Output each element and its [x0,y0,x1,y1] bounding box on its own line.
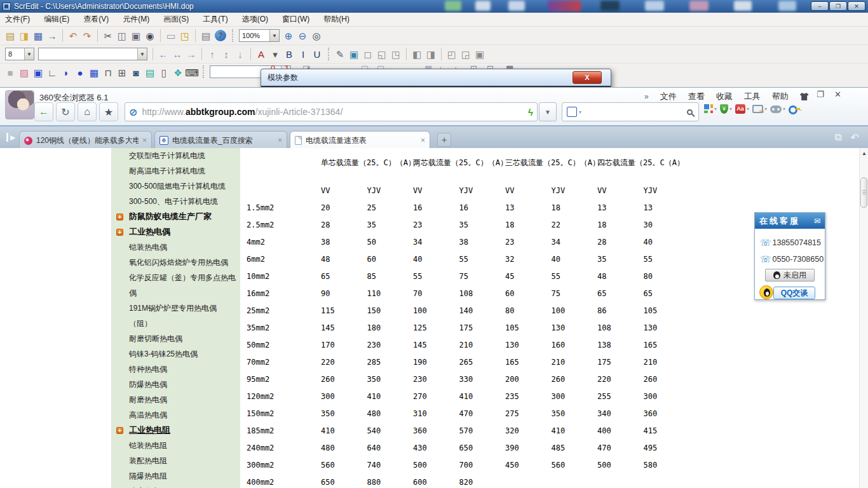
screedit-minimize-button[interactable]: – [811,1,829,11]
sidebar-item-19[interactable]: +隔爆热电阻 [111,468,240,484]
screedit-menu-0[interactable]: 文件(F) [5,14,30,25]
new-file-icon[interactable]: ▤ [3,29,17,43]
expand-plus-icon[interactable]: + [116,214,123,220]
tab-close-icon[interactable]: × [421,136,425,145]
browser-minimize-button[interactable]: – [802,90,806,99]
picture-frame-icon[interactable]: ◙ [129,65,143,79]
keyboard-icon[interactable]: ⌨ [185,65,199,79]
translate-button[interactable]: ▾ [735,104,749,114]
ungroup-icon[interactable]: ◨ [424,47,438,61]
cut-icon[interactable]: ✂ [101,29,115,43]
apps-grid-button[interactable]: ▾ [704,104,717,113]
new-window-tabs-icon[interactable]: ⧉ [834,132,841,144]
dialog-close-button[interactable]: X [573,71,602,84]
search-input[interactable] [583,107,685,117]
screedit-menu-8[interactable]: 帮助(H) [323,14,349,25]
bold-icon[interactable]: B [282,47,296,61]
scrollbar-thumb[interactable] [860,177,867,208]
tab-2[interactable]: 电缆载流量速查表× [290,131,430,149]
reopen-tab-icon[interactable]: ↶ [851,132,859,144]
underline-icon[interactable]: U [310,47,324,61]
back-button[interactable]: ← [34,102,53,121]
sidebar-item-12[interactable]: +特种热电偶 [111,362,240,377]
image-icon[interactable]: ▣ [347,47,361,61]
sidebar-item-0[interactable]: +交联型电子计算机电缆 [111,148,240,163]
sidebar-item-8[interactable]: +化学反应罐（釜）专用多点热电偶 [111,270,240,301]
menu-overflow-icon[interactable]: » [644,92,649,101]
sidebar-item-20[interactable]: +防腐热电阻 [111,484,240,488]
find-icon[interactable]: ◉ [143,29,157,43]
open-file-icon[interactable]: ◨ [17,29,31,43]
screedit-menu-6[interactable]: 选项(O) [242,14,268,25]
open-window-icon[interactable]: ◳ [178,29,192,43]
browser-menu-4[interactable]: 帮助 [772,91,789,102]
browser-menu-2[interactable]: 收藏 [716,91,733,102]
scale-icon[interactable]: ⊓ [101,65,115,79]
sidebar-item-7[interactable]: +氧化铝闪烁焙烧炉专用热电偶 [111,255,240,270]
redo-icon[interactable]: ↷ [80,29,94,43]
screedit-menu-3[interactable]: 元件(M) [123,14,149,25]
screedit-close-button[interactable]: ✕ [848,1,865,11]
color-dropdown-icon[interactable]: ▾ [268,47,282,61]
tab-0[interactable]: 120铜线（硬线）能承载多大电× [19,131,152,149]
screenshot-button[interactable]: ▾ [752,105,767,113]
sidebar-item-11[interactable]: +钨铼3-钨铼25热电偶 [111,346,240,362]
door-icon[interactable]: ▯ [157,65,171,79]
rect-icon[interactable]: ▣ [31,65,45,79]
favorite-button[interactable]: ★ [99,102,118,121]
screedit-menu-4[interactable]: 画面(S) [163,14,189,25]
sidebar-item-17[interactable]: +铠装热电阻 [111,438,240,453]
sidebar-item-14[interactable]: +耐磨热电偶 [111,392,240,407]
ellipse-icon[interactable]: ● [73,65,87,79]
tab-list-icon[interactable]: ▶ [6,133,15,142]
align-left-icon[interactable]: ← [156,47,170,61]
baidu-search-engine-icon[interactable] [567,107,577,117]
sidebar-item-3[interactable]: +300-500、电子计算机电缆 [111,194,240,209]
search-box[interactable]: ▾ [562,102,699,121]
zoom-combo[interactable]: 100%▼ [239,29,280,42]
games-button[interactable]: ▾ [770,104,785,113]
font-size-combo[interactable]: 8▼ [5,48,34,60]
envelope-icon[interactable]: ✉ [814,217,820,226]
italic-icon[interactable]: I [296,47,310,61]
tab-close-icon[interactable]: × [278,136,282,145]
layer-back-icon[interactable]: ◲ [459,47,473,61]
new-window-icon[interactable]: ▭ [164,29,178,43]
align-top-icon[interactable]: ↑ [205,47,219,61]
sidebar-item-15[interactable]: +高温热电偶 [111,407,240,423]
zoom-area-icon[interactable]: ◎ [309,29,323,43]
address-dropdown-button[interactable]: ▼ [539,102,557,121]
align-h-center-icon[interactable]: ↔ [170,47,184,61]
expand-plus-icon[interactable]: + [116,229,123,236]
new-tab-button[interactable]: + [437,133,451,147]
fit-height-icon[interactable]: ◳ [389,47,403,61]
print-icon[interactable]: ▤ [199,29,213,43]
same-size-icon[interactable]: ◻ [361,47,375,61]
browser-restore-button[interactable]: ❐ [817,90,824,99]
pattern-icon[interactable]: ▦ [87,65,101,79]
search-engine-dropdown-icon[interactable]: ▾ [579,109,581,115]
home-button[interactable]: ⌂ [78,102,97,121]
group-icon[interactable]: ◧ [410,47,424,61]
browser-menu-1[interactable]: 查看 [688,91,705,102]
page-scrollbar[interactable]: ▲ [859,148,868,488]
export-icon[interactable]: → [45,29,59,43]
screedit-menu-1[interactable]: 编辑(E) [44,14,69,25]
paste-icon[interactable]: ▣ [129,29,143,43]
sidebar-item-9[interactable]: +191M锅炉炉壁专用热电偶（阻） [111,301,240,331]
sidebar-item-13[interactable]: +防爆热电偶 [111,377,240,392]
scroll-up-icon[interactable]: ▲ [860,151,868,156]
refresh-button[interactable]: ↻ [56,102,75,121]
sidebar-item-1[interactable]: +耐高温电子计算机电缆 [111,163,240,179]
sidebar-item-2[interactable]: +300-500阻燃电子计算机电缆 [111,179,240,194]
sidebar-item-4[interactable]: +防鼠防蚁电缆生产厂家 [111,209,240,224]
screedit-restore-button[interactable]: ❐ [829,1,847,11]
login-key-button[interactable] [789,104,800,114]
help-icon[interactable]: ? [215,30,226,41]
dialog-titlebar[interactable]: 模块参数 [261,69,611,86]
qq-chat-button[interactable]: QQ交谈 [773,287,815,299]
address-bar[interactable]: ⊘ http://www.abbtkgroup.com/xujinli-Arti… [125,102,538,121]
zoom-in-icon[interactable]: ⊕ [281,29,295,43]
copy-icon[interactable]: ◫ [115,29,129,43]
browser-close-button[interactable]: ✕ [834,90,841,99]
